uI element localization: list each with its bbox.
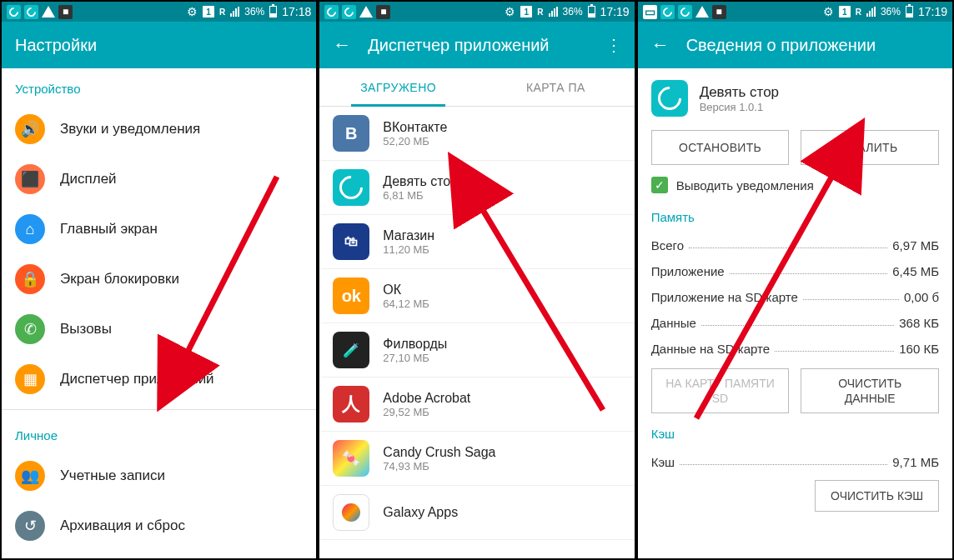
notify-label: Выводить уведомления <box>676 178 814 192</box>
battery-pct: 36% <box>881 6 901 18</box>
row-display[interactable]: ⬛ Дисплей <box>2 154 316 204</box>
app-size: 52,20 МБ <box>383 135 447 148</box>
app-name: Девять стор <box>383 174 458 189</box>
app-icon <box>651 80 688 117</box>
row-calls[interactable]: ✆ Вызовы <box>2 304 316 354</box>
app-size: 74,93 МБ <box>383 460 495 472</box>
row-backup[interactable]: ↺ Архивация и сброс <box>2 501 316 551</box>
app-row-ok[interactable]: ok ОК64,12 МБ <box>319 269 634 323</box>
status-bar: ■ ⚙ 1 R 36% 17:18 <box>2 2 316 22</box>
row-label: Главный экран <box>60 221 158 238</box>
clock: 17:18 <box>282 5 311 18</box>
app-row-fil[interactable]: 🧪 Филворды27,10 МБ <box>319 323 634 378</box>
row-apps[interactable]: ▦ Диспетчер приложений <box>2 354 316 404</box>
app-name: ОК <box>383 282 429 298</box>
screen-title: Диспетчер приложений <box>368 36 588 55</box>
battery-icon <box>269 6 277 18</box>
warn-icon <box>695 6 709 18</box>
row-label: Звуки и уведомления <box>60 121 200 138</box>
move-sd-button: НА КАРТУ ПАМЯТИSD <box>651 368 790 413</box>
app-size: 27,10 МБ <box>383 352 447 364</box>
backup-icon: ↺ <box>15 511 45 541</box>
app-name: Candy Crush Saga <box>383 445 495 460</box>
app-name: Adobe Acrobat <box>383 391 470 406</box>
app-row-nine[interactable]: Девять стор6,81 МБ <box>319 161 634 215</box>
status-bar: ■ ⚙ 1 R 36% 17:19 <box>319 2 634 22</box>
back-icon[interactable]: ← <box>333 34 351 56</box>
row-cache: Кэш9,71 МБ <box>638 449 952 475</box>
clear-cache-button[interactable]: ОЧИСТИТЬ КЭШ <box>815 480 939 512</box>
clear-data-button[interactable]: ОЧИСТИТЬДАННЫЕ <box>801 368 939 413</box>
row-lock[interactable]: 🔒 Экран блокировки <box>2 254 316 304</box>
warn-icon <box>42 6 55 18</box>
app-name: Филворды <box>383 337 447 352</box>
app-row-acrobat[interactable]: 人 Adobe Acrobat29,52 МБ <box>319 378 634 432</box>
notify-checkbox-row[interactable]: ✓ Выводить уведомления <box>638 175 952 203</box>
galaxy-icon <box>333 494 369 531</box>
screen-title: Настройки <box>15 36 303 55</box>
vk-icon: B <box>333 115 369 152</box>
settings-stat-icon: ⚙ <box>823 5 834 18</box>
overflow-icon[interactable]: ⋮ <box>605 35 621 55</box>
row-app: Приложение6,45 МБ <box>638 258 952 284</box>
section-cache: Кэш <box>638 420 952 449</box>
row-home[interactable]: ⌂ Главный экран <box>2 204 316 254</box>
row-total: Всего6,97 МБ <box>638 232 952 258</box>
settings-stat-icon: ⚙ <box>187 5 198 18</box>
app-bar: ← Диспетчер приложений ⋮ <box>319 22 634 68</box>
status-bar: ▭ ■ ⚙ 1 R 36% 17:19 <box>638 2 952 22</box>
warn-icon <box>359 6 373 18</box>
screen-title: Сведения о приложении <box>686 36 939 55</box>
app-size: 6,81 МБ <box>383 189 458 202</box>
fil-icon: 🧪 <box>333 332 369 368</box>
signal-icon <box>549 7 558 17</box>
delete-button[interactable]: УДАЛИТЬ <box>801 130 939 165</box>
sim-icon: 1 <box>839 6 851 18</box>
battery-pct: 36% <box>244 6 264 18</box>
app-bar: ← Сведения о приложении <box>638 22 952 68</box>
tab-downloaded[interactable]: ЗАГРУЖЕНО <box>319 68 477 106</box>
notif-icon <box>24 5 38 19</box>
app-size: 29,52 МБ <box>383 406 470 418</box>
tab-sd[interactable]: КАРТА ПА <box>477 68 635 106</box>
app-row-vk[interactable]: B ВКонтакте52,20 МБ <box>319 107 634 161</box>
signal-icon <box>230 7 239 17</box>
row-data: Данные368 КБ <box>638 310 952 336</box>
calendar-icon: ▭ <box>643 5 657 19</box>
store-icon: 🛍 <box>333 223 369 260</box>
sound-icon: 🔊 <box>15 114 45 144</box>
row-label: Экран блокировки <box>60 271 179 288</box>
notif-icon: ■ <box>58 5 73 19</box>
row-accounts[interactable]: 👥 Учетные записи <box>2 451 316 501</box>
stop-button[interactable]: ОСТАНОВИТЬ <box>651 130 790 165</box>
battery-icon <box>906 6 913 18</box>
nine-icon <box>333 169 369 206</box>
lock-icon: 🔒 <box>15 264 45 294</box>
ok-icon: ok <box>333 278 369 314</box>
app-header: Девять стор Версия 1.0.1 <box>638 68 952 123</box>
app-row-galaxy[interactable]: Galaxy Apps <box>319 486 634 540</box>
section-memory: Память <box>638 203 952 232</box>
row-data-sd: Данные на SD карте160 КБ <box>638 336 952 362</box>
app-size: 64,12 МБ <box>383 298 429 310</box>
app-name: Магазин <box>383 228 434 243</box>
app-name: Galaxy Apps <box>383 505 458 520</box>
app-version: Версия 1.0.1 <box>700 101 779 113</box>
notif-icon: ■ <box>376 5 390 19</box>
row-label: Диспетчер приложений <box>60 371 214 388</box>
app-name: ВКонтакте <box>383 120 447 135</box>
accounts-icon: 👥 <box>15 461 45 491</box>
notif-icon <box>7 5 21 19</box>
tabs: ЗАГРУЖЕНО КАРТА ПА <box>319 68 634 107</box>
row-sound[interactable]: 🔊 Звуки и уведомления <box>2 104 316 154</box>
back-icon[interactable]: ← <box>651 34 670 56</box>
display-icon: ⬛ <box>15 164 45 194</box>
clock: 17:19 <box>600 5 630 18</box>
app-row-store[interactable]: 🛍 Магазин11,20 МБ <box>319 215 634 269</box>
app-row-candy[interactable]: 🍬 Candy Crush Saga74,93 МБ <box>319 432 634 486</box>
clock: 17:19 <box>918 5 947 18</box>
app-size: 11,20 МБ <box>383 243 434 256</box>
roaming-icon: R <box>537 8 543 17</box>
checkbox-checked-icon: ✓ <box>651 177 668 193</box>
home-icon: ⌂ <box>15 214 45 244</box>
